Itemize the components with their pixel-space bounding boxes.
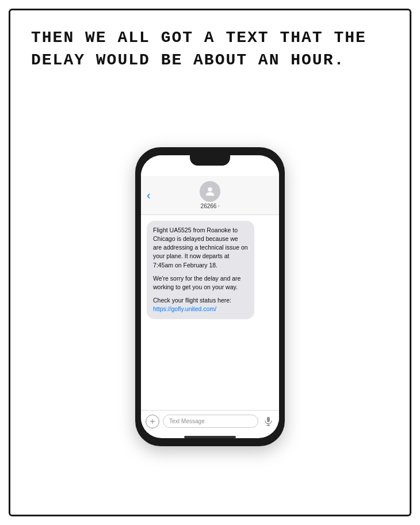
mic-button[interactable] [262, 415, 274, 428]
phone: ‹ 26266 › [135, 147, 285, 446]
message-paragraph1: Flight UA5525 from Roanoke to Chicago is… [153, 226, 248, 270]
input-bar: + Text Message [141, 410, 279, 432]
person-icon [204, 185, 216, 198]
message-paragraph3: Check your flight status here: https://g… [153, 296, 248, 313]
flight-status-link[interactable]: https://gofly.united.com/ [153, 305, 216, 312]
plus-button[interactable]: + [146, 415, 159, 428]
page-border: Then we all got a text that the delay wo… [9, 9, 411, 516]
phone-notch [190, 155, 230, 166]
sms-bubble: Flight UA5525 from Roanoke to Chicago is… [147, 221, 254, 319]
svg-rect-1 [267, 417, 270, 422]
imessage-header: ‹ 26266 › [141, 176, 279, 215]
message-paragraph2: We're sorry for the delay and are workin… [153, 274, 248, 292]
headline-line2: delay would be about an hour. [31, 51, 345, 69]
svg-point-0 [208, 187, 212, 191]
phone-wrapper: ‹ 26266 › [135, 90, 285, 503]
phone-screen: ‹ 26266 › [141, 155, 279, 438]
contact-avatar [200, 181, 220, 202]
back-button[interactable]: ‹ [147, 189, 151, 202]
contact-info: 26266 › [200, 181, 220, 209]
headline-line1: Then we all got a text that the [31, 29, 366, 47]
chevron-icon: › [217, 203, 219, 209]
headline: Then we all got a text that the delay wo… [31, 26, 389, 71]
home-indicator [184, 436, 236, 438]
message-area: Flight UA5525 from Roanoke to Chicago is… [141, 215, 279, 410]
text-message-input[interactable]: Text Message [163, 415, 258, 428]
contact-name[interactable]: 26266 › [201, 203, 220, 209]
